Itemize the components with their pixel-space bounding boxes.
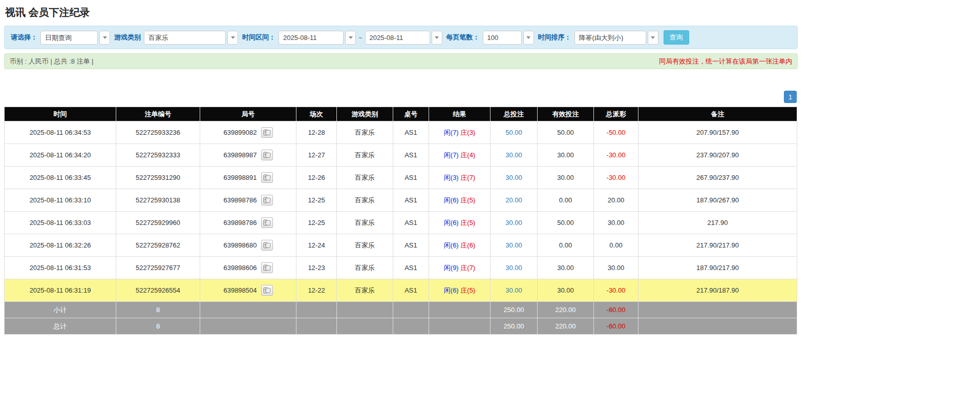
cell-round: 639898786 (200, 189, 296, 212)
cell-remark: 267.90/237.90 (638, 167, 797, 189)
game-type-value[interactable]: 百家乐 (144, 31, 226, 45)
page-button-1[interactable]: 1 (784, 91, 797, 103)
result-banker: 庄(4) (459, 151, 476, 159)
view-cards-icon[interactable] (261, 217, 273, 228)
cell-game-type: 百家乐 (337, 212, 393, 234)
column-header-4: 场次 (296, 107, 337, 121)
chevron-down-icon[interactable] (432, 31, 442, 45)
total-row: 总计8250.00220.00-60.00 (5, 318, 797, 335)
chevron-down-icon[interactable] (648, 31, 658, 45)
cell-time: 2025-08-11 06:33:45 (5, 167, 116, 189)
cell-session: 12-26 (296, 167, 337, 189)
cell-valid-bet: 0.00 (538, 234, 594, 257)
cell-time: 2025-08-11 06:34:20 (5, 144, 116, 167)
cell-result: 闲(3) 庄(7) (429, 167, 491, 189)
cell-result: 闲(7) 庄(3) (429, 121, 491, 144)
chevron-down-icon[interactable] (345, 31, 356, 45)
page-size-label: 每页笔数： (446, 33, 480, 42)
cell-total-bet: 30.00 (491, 144, 538, 167)
view-cards-icon[interactable] (261, 195, 273, 205)
footer-empty (200, 302, 296, 318)
chevron-down-icon[interactable] (227, 31, 238, 45)
page-size-value[interactable]: 100 (483, 31, 522, 45)
footer-empty (429, 318, 491, 335)
view-cards-icon[interactable] (261, 262, 273, 273)
table-row: 2025-08-11 06:31:19522725926554639898504… (5, 279, 797, 302)
round-number: 639898504 (223, 286, 257, 294)
view-cards-icon[interactable] (261, 285, 273, 296)
date-to-value[interactable]: 2025-08-11 (365, 31, 430, 45)
cell-valid-bet: 50.00 (538, 121, 594, 144)
round-number: 639899082 (223, 129, 257, 136)
round-number: 639898786 (223, 196, 257, 204)
round-number: 639898786 (223, 219, 257, 226)
result-player: 闲(7) (444, 129, 459, 136)
cell-total-bet: 30.00 (491, 234, 538, 257)
footer-total-bet: 250.00 (491, 302, 538, 318)
footer-empty (393, 318, 429, 335)
result-banker: 庄(5) (459, 219, 476, 226)
cell-table-no: AS1 (393, 257, 429, 279)
cell-remark: 217.90/187.90 (638, 279, 797, 302)
cell-remark: 217.90/217.90 (638, 234, 797, 257)
cell-session: 12-25 (296, 212, 337, 234)
cell-round: 639898786 (200, 212, 296, 234)
column-header-8: 总投注 (491, 107, 538, 121)
total-bet-link[interactable]: 30.00 (505, 174, 522, 181)
view-cards-icon[interactable] (261, 240, 273, 251)
column-header-11: 备注 (638, 107, 797, 121)
round-number: 639898606 (223, 264, 257, 272)
chevron-down-icon[interactable] (99, 31, 110, 45)
view-cards-icon[interactable] (261, 127, 273, 138)
footer-empty (429, 302, 491, 318)
date-from-dropdown[interactable]: 2025-08-11 (279, 31, 356, 45)
result-banker: 庄(5) (459, 286, 476, 294)
time-sort-dropdown[interactable]: 降幂(由大到小) (574, 31, 658, 45)
total-bet-link[interactable]: 30.00 (505, 264, 522, 272)
cell-total-bet: 50.00 (491, 121, 538, 144)
footer-count: 8 (116, 318, 200, 335)
select-type-dropdown[interactable]: 日期查询 (40, 31, 110, 45)
cell-total-bet: 30.00 (491, 279, 538, 302)
select-type-value[interactable]: 日期查询 (40, 31, 98, 45)
total-bet-link[interactable]: 30.00 (505, 151, 522, 159)
total-bet-link[interactable]: 50.00 (505, 129, 522, 136)
result-banker: 庄(5) (459, 196, 476, 204)
cell-remark: 207.90/157.90 (638, 121, 797, 144)
tilde-separator: ~ (358, 34, 363, 42)
column-header-9: 有效投注 (538, 107, 594, 121)
cell-time: 2025-08-11 06:31:19 (5, 279, 116, 302)
date-from-value[interactable]: 2025-08-11 (279, 31, 344, 45)
cell-round: 639898504 (200, 279, 296, 302)
cell-result: 闲(7) 庄(4) (429, 144, 491, 167)
subtotal-row: 小计8250.00220.00-60.00 (5, 302, 797, 318)
footer-empty (296, 302, 337, 318)
summary-notice: 同局有效投注，统一计算在该局第一张注单内 (659, 57, 792, 66)
footer-label: 总计 (5, 318, 116, 335)
time-sort-value[interactable]: 降幂(由大到小) (574, 31, 646, 45)
total-bet-link[interactable]: 30.00 (505, 219, 522, 226)
total-bet-link[interactable]: 30.00 (505, 241, 522, 249)
cell-payout: -30.00 (594, 144, 638, 167)
view-cards-icon[interactable] (261, 150, 273, 160)
chevron-down-icon[interactable] (523, 31, 534, 45)
cell-valid-bet: 50.00 (538, 212, 594, 234)
cell-round: 639898891 (200, 167, 296, 189)
cell-table-no: AS1 (393, 167, 429, 189)
total-bet-link[interactable]: 20.00 (505, 196, 522, 204)
cell-bet-id: 522725932333 (116, 144, 200, 167)
column-header-2: 注单编号 (116, 107, 200, 121)
game-type-dropdown[interactable]: 百家乐 (144, 31, 238, 45)
view-cards-icon[interactable] (261, 172, 273, 183)
cell-session: 12-22 (296, 279, 337, 302)
page-size-dropdown[interactable]: 100 (483, 31, 534, 45)
result-player: 闲(3) (444, 174, 459, 181)
cell-time: 2025-08-11 06:33:03 (5, 212, 116, 234)
query-button[interactable]: 查询 (664, 30, 689, 45)
date-to-dropdown[interactable]: 2025-08-11 (365, 31, 442, 45)
cell-table-no: AS1 (393, 212, 429, 234)
cell-game-type: 百家乐 (337, 121, 393, 144)
total-bet-link[interactable]: 30.00 (505, 286, 522, 294)
cell-game-type: 百家乐 (337, 144, 393, 167)
cell-game-type: 百家乐 (337, 257, 393, 279)
